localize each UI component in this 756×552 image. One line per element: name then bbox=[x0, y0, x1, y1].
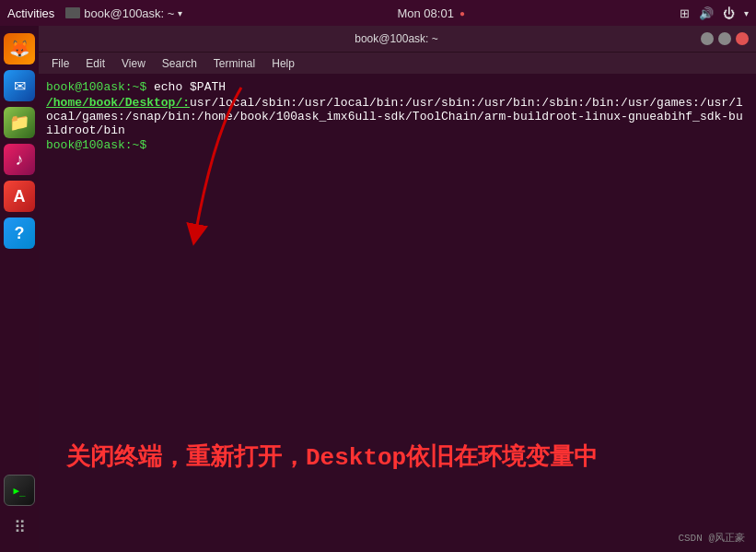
files-icon: 📁 bbox=[9, 112, 29, 133]
annotation-text: 关闭终端，重新打开，Desktop依旧在环境变量中 bbox=[66, 440, 598, 478]
prompt-text-2: book@100ask:~$ bbox=[46, 138, 146, 152]
dock-icon-mail[interactable]: ✉ bbox=[4, 70, 35, 101]
system-bar-left: Activities book@100ask: ~ ▾ bbox=[7, 6, 182, 20]
dock-icon-firefox[interactable]: 🦊 bbox=[4, 33, 35, 65]
watermark: CSDN @风正豪 bbox=[678, 531, 745, 545]
volume-icon: 🔊 bbox=[699, 6, 714, 20]
menu-file[interactable]: File bbox=[44, 55, 76, 72]
terminal-titlebar: book@100ask: ~ bbox=[39, 26, 756, 52]
prompt-line-1: book@100ask:~$ echo $PATH bbox=[46, 79, 749, 96]
command-text-1: echo $PATH bbox=[146, 80, 226, 94]
system-bar-right: ⊞ 🔊 ⏻ ▾ bbox=[680, 6, 749, 20]
terminal-tab-icon bbox=[65, 7, 80, 18]
appstore-icon: A bbox=[14, 187, 26, 206]
help-icon: ? bbox=[15, 224, 25, 243]
mail-icon: ✉ bbox=[14, 77, 26, 95]
terminal-tab-label: book@100ask: ~ bbox=[84, 6, 174, 20]
terminal-content[interactable]: book@100ask:~$ echo $PATH /home/book/Des… bbox=[39, 74, 756, 552]
dock-icon-terminal[interactable]: ▶_ bbox=[4, 475, 35, 506]
menu-view[interactable]: View bbox=[114, 55, 153, 72]
maximize-button[interactable] bbox=[718, 32, 731, 45]
path-highlight: /home/book/Desktop/: bbox=[46, 96, 190, 110]
menu-help[interactable]: Help bbox=[264, 55, 302, 72]
menu-edit[interactable]: Edit bbox=[78, 55, 112, 72]
prompt-line-2: book@100ask:~$ bbox=[46, 137, 749, 154]
system-bar-center: Mon 08:01 ● bbox=[397, 6, 464, 20]
window-controls bbox=[701, 32, 749, 45]
menu-terminal[interactable]: Terminal bbox=[206, 55, 262, 72]
close-button[interactable] bbox=[736, 32, 749, 45]
prompt-text-1: book@100ask:~$ bbox=[46, 80, 146, 94]
terminal-tab[interactable]: book@100ask: ~ ▾ bbox=[65, 6, 182, 20]
menu-search[interactable]: Search bbox=[155, 55, 204, 72]
menu-arrow-icon: ▾ bbox=[744, 8, 749, 18]
dock-icon-appstore[interactable]: A bbox=[4, 181, 35, 212]
status-dot: ● bbox=[459, 8, 465, 18]
path-output: /home/book/Desktop/:usr/local/sbin:/usr/… bbox=[46, 96, 749, 137]
clock: Mon 08:01 bbox=[397, 6, 453, 20]
music-icon: ♪ bbox=[16, 150, 24, 170]
power-icon: ⏻ bbox=[723, 6, 735, 20]
network-icon: ⊞ bbox=[680, 6, 690, 20]
chevron-down-icon: ▾ bbox=[178, 8, 182, 18]
firefox-icon: 🦊 bbox=[9, 39, 29, 59]
terminal-window: book@100ask: ~ File Edit View Search Ter… bbox=[39, 26, 756, 552]
terminal-menubar: File Edit View Search Terminal Help bbox=[39, 52, 756, 74]
minimize-button[interactable] bbox=[701, 32, 714, 45]
dock-icon-grid[interactable]: ⠿ bbox=[4, 511, 35, 543]
terminal-title: book@100ask: ~ bbox=[92, 32, 701, 45]
activities-label[interactable]: Activities bbox=[7, 6, 54, 20]
dock-icon-files[interactable]: 📁 bbox=[4, 107, 35, 138]
terminal-icon-label: ▶_ bbox=[13, 485, 25, 497]
dock-icon-music[interactable]: ♪ bbox=[4, 144, 35, 175]
grid-icon: ⠿ bbox=[14, 517, 26, 537]
dock: 🦊 ✉ 📁 ♪ A ? ▶_ ⠿ bbox=[0, 26, 39, 552]
system-bar: Activities book@100ask: ~ ▾ Mon 08:01 ● … bbox=[0, 0, 756, 26]
dock-icon-help[interactable]: ? bbox=[4, 217, 35, 249]
